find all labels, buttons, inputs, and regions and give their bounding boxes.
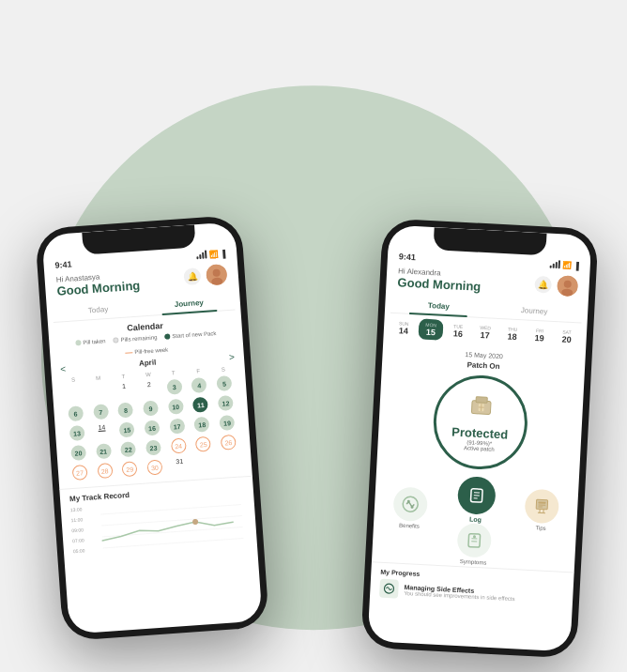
cal-cell-empty2 <box>86 382 112 403</box>
cal-cell-10[interactable]: 10 <box>163 396 189 417</box>
cal-cell-22[interactable]: 22 <box>115 439 141 460</box>
benefits-icon <box>392 486 428 522</box>
cal-cell-6[interactable]: 6 <box>63 404 88 424</box>
tips-icon <box>524 489 559 525</box>
day-num-mon: 15 <box>421 328 441 338</box>
cal-cell-4[interactable]: 4 <box>187 375 212 396</box>
next-month-button[interactable]: > <box>229 352 236 362</box>
action-buttons: Benefits Log <box>381 472 569 566</box>
day-num-thu: 18 <box>501 331 522 342</box>
cal-cell-5[interactable]: 5 <box>211 374 237 394</box>
tips-button[interactable]: Tips <box>524 489 559 532</box>
phone-right: 9:41 📶 ▐ Hi Alexandra Good Morning <box>360 218 599 658</box>
track-labels: 13:00 11:00 09:00 07:00 05:00 <box>70 506 85 554</box>
time-right: 9:41 <box>399 252 417 262</box>
prev-month-button[interactable]: < <box>60 363 67 374</box>
time-left: 9:41 <box>54 260 72 270</box>
legend-dot-remaining <box>113 337 118 343</box>
cal-cell-28[interactable]: 28 <box>92 461 117 481</box>
benefits-label: Benefits <box>399 523 420 529</box>
signal-icon-right <box>550 261 560 269</box>
cal-cell-7[interactable]: 7 <box>88 402 114 422</box>
patch-status: Patch On <box>466 360 500 371</box>
bell-icon-left[interactable]: 🔔 <box>183 267 201 285</box>
cal-cell-19[interactable]: 19 <box>214 413 239 434</box>
legend-label-pill: Pill taken <box>83 338 106 345</box>
symptoms-button[interactable]: Symptoms <box>456 523 492 566</box>
day-num-fri: 19 <box>528 333 549 344</box>
cal-cell-17[interactable]: 17 <box>164 416 190 436</box>
legend-line-free <box>125 352 132 354</box>
cal-cell-26[interactable]: 26 <box>216 432 241 452</box>
calendar-section: Calendar Pill taken Pills remaining Star… <box>48 310 252 489</box>
cal-cell-31[interactable]: 31 <box>167 455 192 476</box>
patch-icon <box>467 392 496 424</box>
patch-date: 15 May 2020 <box>465 351 503 359</box>
symptoms-label: Symptoms <box>460 558 487 565</box>
progress-text: Managing Side Effects You should see imp… <box>404 584 515 602</box>
battery-icon: ▐ <box>220 250 225 258</box>
date-tue[interactable]: TUE 16 <box>445 320 470 342</box>
day-num-sat: 20 <box>556 334 576 344</box>
date-mon[interactable]: MON 15 <box>418 318 443 340</box>
svg-rect-12 <box>476 397 487 404</box>
cal-cell-18[interactable]: 18 <box>190 414 215 435</box>
day-num-wed: 17 <box>475 330 496 341</box>
signal-icon <box>196 251 207 259</box>
symptoms-icon <box>456 523 492 558</box>
header-icons-right: 🔔 <box>534 274 578 297</box>
cal-cell-11[interactable]: 11 <box>188 394 213 415</box>
cal-cell-14[interactable]: 14 <box>89 421 115 442</box>
avatar-left <box>206 264 227 285</box>
legend-pills-remaining: Pills remaining <box>113 334 157 343</box>
date-sat[interactable]: SAT 20 <box>554 326 579 347</box>
benefits-button[interactable]: Benefits <box>392 486 428 529</box>
cal-cell-21[interactable]: 21 <box>91 441 116 462</box>
cal-cell-20[interactable]: 20 <box>66 443 91 464</box>
wifi-icon-right: 📶 <box>562 261 572 270</box>
cal-cell-12[interactable]: 12 <box>213 393 238 414</box>
track-chart: 13:00 11:00 09:00 07:00 05:00 <box>70 495 248 554</box>
track-label-2: 11:00 <box>70 516 83 523</box>
cal-cell-8[interactable]: 8 <box>113 400 138 420</box>
cal-cell-23[interactable]: 23 <box>141 437 166 458</box>
svg-point-33 <box>473 535 476 538</box>
protected-text: Protected <box>451 424 509 441</box>
svg-line-6 <box>103 538 244 547</box>
cal-cell-3[interactable]: 3 <box>161 376 187 397</box>
date-wed[interactable]: WED 17 <box>472 321 497 343</box>
day-num-tue: 16 <box>448 328 468 339</box>
status-icons-right: 📶 ▐ <box>550 260 579 270</box>
side-effects-icon <box>379 579 399 599</box>
battery-icon-right: ▐ <box>573 261 579 269</box>
legend-label-remaining: Pills remaining <box>120 334 157 343</box>
greeting-area-right: Hi Alexandra Good Morning <box>397 267 482 294</box>
phone-right-screen: 9:41 📶 ▐ Hi Alexandra Good Morning <box>368 225 592 652</box>
date-sun[interactable]: SUN 14 <box>390 317 416 339</box>
svg-line-3 <box>100 505 241 514</box>
svg-rect-23 <box>536 499 548 510</box>
date-fri[interactable]: FRI 19 <box>527 325 552 346</box>
cal-cell-1[interactable]: 1 <box>112 380 137 401</box>
cal-cell-25[interactable]: 25 <box>191 434 216 454</box>
cal-cell-24[interactable]: 24 <box>166 435 191 456</box>
cal-cell-16[interactable]: 16 <box>139 418 164 438</box>
log-button[interactable]: Log <box>456 476 497 524</box>
cal-cell-13[interactable]: 13 <box>65 423 90 444</box>
cal-cell-15[interactable]: 15 <box>115 420 140 440</box>
track-label-5: 05:00 <box>73 547 85 554</box>
track-chart-svg <box>97 495 248 552</box>
active-patch-label: Active patch <box>464 445 495 452</box>
bell-icon-right[interactable]: 🔔 <box>534 276 552 294</box>
cal-cell-2[interactable]: 2 <box>137 378 162 399</box>
date-thu[interactable]: THU 18 <box>499 323 525 344</box>
tips-label: Tips <box>535 525 545 531</box>
cal-cell-29[interactable]: 29 <box>117 459 143 480</box>
cal-cell-9[interactable]: 9 <box>138 398 163 419</box>
day-num-sun: 14 <box>393 326 414 336</box>
cal-cell-empty1 <box>62 384 87 405</box>
avatar-right <box>557 275 578 297</box>
cal-cell-27[interactable]: 27 <box>67 463 92 483</box>
cal-cell-30[interactable]: 30 <box>142 457 167 478</box>
cal-cell-empty3 <box>192 453 218 474</box>
